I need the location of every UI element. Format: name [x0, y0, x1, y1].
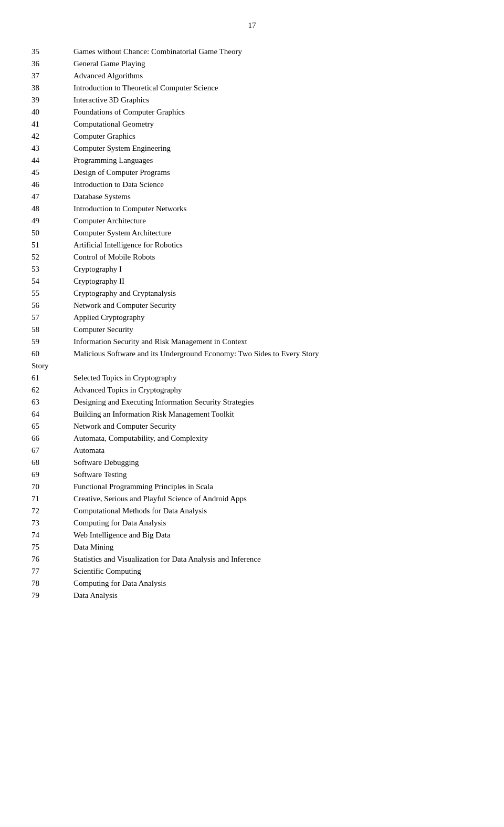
list-item: 46 Introduction to Data Science — [32, 179, 472, 191]
list-item: 57 Applied Cryptography — [32, 312, 472, 324]
row-number: 65 — [32, 422, 74, 431]
list-item: 51 Artificial Intelligence for Robotics — [32, 239, 472, 251]
list-item: 52 Control of Mobile Robots — [32, 251, 472, 263]
list-item: 74 Web Intelligence and Big Data — [32, 529, 472, 541]
row-title: Automata, Computability, and Complexity — [74, 434, 472, 443]
row-title: Artificial Intelligence for Robotics — [74, 241, 472, 250]
row-number: 35 — [32, 47, 74, 56]
row-number: 60 — [32, 349, 74, 358]
row-number: 49 — [32, 216, 74, 225]
list-item: 72 Computational Methods for Data Analys… — [32, 505, 472, 517]
row-number: 79 — [32, 591, 74, 600]
row-title: Interactive 3D Graphics — [74, 96, 472, 105]
row-number: 38 — [32, 84, 74, 92]
row-number: 76 — [32, 555, 74, 564]
list-item: 69 Software Testing — [32, 469, 472, 481]
row-title: Functional Programming Principles in Sca… — [74, 482, 472, 491]
list-item: 77 Scientific Computing — [32, 565, 472, 577]
list-item: 61 Selected Topics in Cryptography — [32, 372, 472, 384]
row-number: 58 — [32, 325, 74, 334]
row-title: Games without Chance: Combinatorial Game… — [74, 47, 472, 56]
row-number: 55 — [32, 289, 74, 298]
row-number: 48 — [32, 204, 74, 213]
row-title: Cryptography II — [74, 277, 472, 286]
list-item: 73 Computing for Data Analysis — [32, 517, 472, 529]
row-title: Computational Methods for Data Analysis — [74, 506, 472, 515]
list-item: 45 Design of Computer Programs — [32, 167, 472, 179]
list-item: 36 General Game Playing — [32, 58, 472, 70]
row-title: Data Mining — [74, 543, 472, 552]
row-title: Software Testing — [74, 470, 472, 479]
row-number: 50 — [32, 229, 74, 237]
list-item: 78 Computing for Data Analysis — [32, 577, 472, 590]
row-title: Computing for Data Analysis — [74, 579, 472, 588]
content-table: 35 Games without Chance: Combinatorial G… — [32, 46, 472, 602]
row-title: Network and Computer Security — [74, 301, 472, 310]
row-title: Software Debugging — [74, 458, 472, 467]
list-item: 55 Cryptography and Cryptanalysis — [32, 287, 472, 299]
row-number: 74 — [32, 531, 74, 540]
list-item: 70 Functional Programming Principles in … — [32, 481, 472, 493]
list-item: 71 Creative, Serious and Playful Science… — [32, 493, 472, 505]
row-number: 59 — [32, 337, 74, 346]
row-number: 57 — [32, 313, 74, 322]
row-title: Computer Architecture — [74, 216, 472, 225]
list-item: 75 Data Mining — [32, 541, 472, 553]
row-title: Computer Graphics — [74, 132, 472, 141]
list-item: 60 Malicious Software and its Undergroun… — [32, 348, 472, 360]
row-title: General Game Playing — [74, 59, 472, 68]
row-number: 67 — [32, 446, 74, 455]
row-number: 52 — [32, 253, 74, 262]
row-number: 39 — [32, 96, 74, 105]
row-title: Network and Computer Security — [74, 422, 472, 431]
row-title: Computer System Engineering — [74, 144, 472, 153]
row-number: 62 — [32, 386, 74, 395]
list-item: 42 Computer Graphics — [32, 130, 472, 142]
row-number: 77 — [32, 567, 74, 576]
row-title: Creative, Serious and Playful Science of… — [74, 494, 472, 503]
list-item: 40 Foundations of Computer Graphics — [32, 106, 472, 118]
row-number: 42 — [32, 132, 74, 141]
list-item: 41 Computational Geometry — [32, 118, 472, 130]
list-item: 53 Cryptography I — [32, 263, 472, 275]
row-title: Building an Information Risk Management … — [74, 410, 472, 419]
list-item: 76 Statistics and Visualization for Data… — [32, 553, 472, 565]
row-title: Introduction to Computer Networks — [74, 204, 472, 213]
row-number: 64 — [32, 410, 74, 419]
list-item: 47 Database Systems — [32, 191, 472, 203]
row-number: 72 — [32, 506, 74, 515]
row-number: 45 — [32, 168, 74, 177]
row-number: 78 — [32, 579, 74, 588]
row-title: Computational Geometry — [74, 120, 472, 129]
row-number: 54 — [32, 277, 74, 286]
row-number: 53 — [32, 265, 74, 274]
row-number: 69 — [32, 470, 74, 479]
list-item: 49 Computer Architecture — [32, 215, 472, 227]
row-title: Data Analysis — [74, 591, 472, 600]
row-title: Programming Languages — [74, 156, 472, 165]
list-item: 54 Cryptography II — [32, 275, 472, 287]
story-label: Story — [32, 361, 74, 370]
list-item: 43 Computer System Engineering — [32, 142, 472, 154]
list-item: 64 Building an Information Risk Manageme… — [32, 408, 472, 420]
row-title: Introduction to Data Science — [74, 180, 472, 189]
row-number: 73 — [32, 519, 74, 528]
list-item: 48 Introduction to Computer Networks — [32, 203, 472, 215]
row-title: Design of Computer Programs — [74, 168, 472, 177]
row-title: Advanced Topics in Cryptography — [74, 386, 472, 395]
row-number: 71 — [32, 494, 74, 503]
row-number: 40 — [32, 108, 74, 117]
list-item: 44 Programming Languages — [32, 154, 472, 167]
row-number: 36 — [32, 59, 74, 68]
row-title: Malicious Software and its Underground E… — [74, 349, 472, 358]
row-title: Control of Mobile Robots — [74, 253, 472, 262]
list-item: 50 Computer System Architecture — [32, 227, 472, 239]
row-title: Computer System Architecture — [74, 229, 472, 237]
list-item: 68 Software Debugging — [32, 457, 472, 469]
row-number: 56 — [32, 301, 74, 310]
row-number: 46 — [32, 180, 74, 189]
list-item: 62 Advanced Topics in Cryptography — [32, 384, 472, 396]
row-title: Information Security and Risk Management… — [74, 337, 472, 346]
row-title: Computer Security — [74, 325, 472, 334]
row-number: 63 — [32, 398, 74, 407]
